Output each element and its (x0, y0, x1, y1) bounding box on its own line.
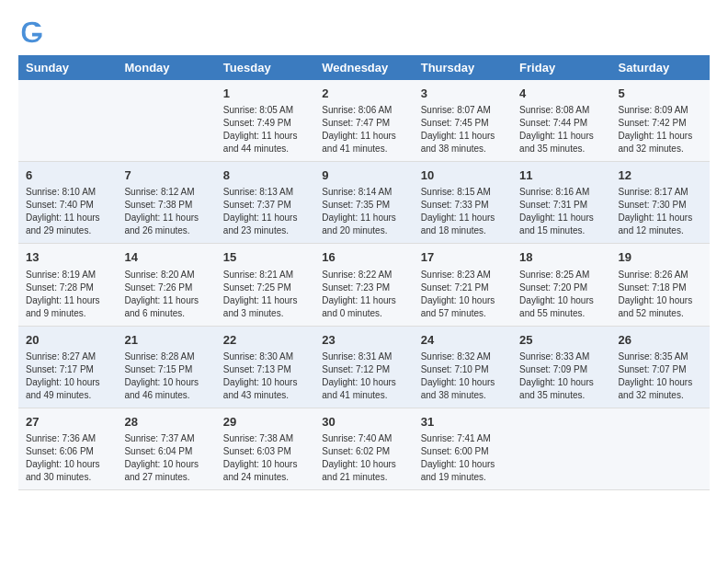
day-number: 27 (26, 414, 109, 431)
day-number: 29 (223, 414, 307, 431)
day-info: Sunrise: 8:30 AM Sunset: 7:13 PM Dayligh… (223, 350, 307, 402)
calendar-cell: 5Sunrise: 8:09 AM Sunset: 7:42 PM Daylig… (611, 80, 710, 162)
day-number: 11 (519, 167, 603, 184)
calendar-cell: 14Sunrise: 8:20 AM Sunset: 7:26 PM Dayli… (117, 244, 215, 326)
calendar-cell: 30Sunrise: 7:40 AM Sunset: 6:02 PM Dayli… (314, 408, 413, 489)
calendar-cell: 1Sunrise: 8:05 AM Sunset: 7:49 PM Daylig… (216, 80, 314, 162)
calendar-cell (611, 408, 710, 489)
day-info: Sunrise: 8:26 AM Sunset: 7:18 PM Dayligh… (619, 269, 702, 320)
day-info: Sunrise: 8:33 AM Sunset: 7:09 PM Dayligh… (519, 350, 603, 402)
day-number: 25 (519, 332, 603, 349)
day-number: 1 (223, 86, 307, 102)
calendar-cell: 15Sunrise: 8:21 AM Sunset: 7:25 PM Dayli… (216, 244, 314, 326)
day-number: 12 (619, 167, 702, 184)
calendar-cell: 6Sunrise: 8:10 AM Sunset: 7:40 PM Daylig… (18, 162, 117, 244)
day-of-week-header: Thursday (414, 55, 512, 80)
calendar-cell: 17Sunrise: 8:23 AM Sunset: 7:21 PM Dayli… (414, 244, 512, 326)
calendar-cell: 3Sunrise: 8:07 AM Sunset: 7:45 PM Daylig… (414, 80, 512, 162)
calendar-week-row: 1Sunrise: 8:05 AM Sunset: 7:49 PM Daylig… (18, 80, 710, 162)
day-info: Sunrise: 8:05 AM Sunset: 7:49 PM Dayligh… (223, 104, 307, 155)
day-number: 17 (421, 249, 505, 266)
day-number: 22 (223, 332, 307, 349)
calendar-cell: 9Sunrise: 8:14 AM Sunset: 7:35 PM Daylig… (314, 162, 413, 244)
calendar-cell: 7Sunrise: 8:12 AM Sunset: 7:38 PM Daylig… (117, 162, 215, 244)
day-number: 7 (124, 167, 208, 184)
day-number: 2 (322, 86, 405, 102)
calendar-cell: 25Sunrise: 8:33 AM Sunset: 7:09 PM Dayli… (512, 326, 610, 408)
calendar-cell (512, 408, 610, 489)
day-of-week-header: Saturday (611, 55, 710, 80)
calendar-cell (117, 80, 215, 162)
day-of-week-header: Friday (512, 55, 610, 80)
day-number: 14 (124, 249, 208, 266)
calendar-cell: 2Sunrise: 8:06 AM Sunset: 7:47 PM Daylig… (314, 80, 413, 162)
calendar-week-row: 27Sunrise: 7:36 AM Sunset: 6:06 PM Dayli… (18, 408, 710, 489)
day-number: 31 (421, 414, 505, 431)
calendar-cell: 28Sunrise: 7:37 AM Sunset: 6:04 PM Dayli… (117, 408, 215, 489)
calendar-week-row: 20Sunrise: 8:27 AM Sunset: 7:17 PM Dayli… (18, 326, 710, 408)
day-of-week-header: Tuesday (216, 55, 314, 80)
day-info: Sunrise: 8:23 AM Sunset: 7:21 PM Dayligh… (421, 269, 505, 320)
day-info: Sunrise: 8:13 AM Sunset: 7:37 PM Dayligh… (223, 186, 307, 237)
calendar-cell: 31Sunrise: 7:41 AM Sunset: 6:00 PM Dayli… (414, 408, 512, 489)
day-info: Sunrise: 8:27 AM Sunset: 7:17 PM Dayligh… (26, 350, 109, 402)
day-info: Sunrise: 7:38 AM Sunset: 6:03 PM Dayligh… (223, 432, 307, 484)
day-info: Sunrise: 8:20 AM Sunset: 7:26 PM Dayligh… (124, 269, 208, 320)
day-number: 8 (223, 167, 307, 184)
calendar-cell: 26Sunrise: 8:35 AM Sunset: 7:07 PM Dayli… (611, 326, 710, 408)
day-info: Sunrise: 8:28 AM Sunset: 7:15 PM Dayligh… (124, 350, 208, 402)
calendar-table: SundayMondayTuesdayWednesdayThursdayFrid… (18, 55, 710, 490)
day-info: Sunrise: 8:06 AM Sunset: 7:47 PM Dayligh… (322, 104, 405, 155)
calendar-cell: 23Sunrise: 8:31 AM Sunset: 7:12 PM Dayli… (314, 326, 413, 408)
day-info: Sunrise: 8:16 AM Sunset: 7:31 PM Dayligh… (519, 186, 603, 237)
day-number: 13 (26, 249, 109, 266)
calendar-cell (18, 80, 117, 162)
day-number: 23 (322, 332, 405, 349)
day-info: Sunrise: 7:36 AM Sunset: 6:06 PM Dayligh… (26, 432, 109, 484)
day-info: Sunrise: 8:35 AM Sunset: 7:07 PM Dayligh… (619, 350, 702, 402)
page-header (18, 18, 710, 46)
calendar-week-row: 6Sunrise: 8:10 AM Sunset: 7:40 PM Daylig… (18, 162, 710, 244)
calendar-cell: 29Sunrise: 7:38 AM Sunset: 6:03 PM Dayli… (216, 408, 314, 489)
day-number: 20 (26, 332, 109, 349)
day-number: 9 (322, 167, 405, 184)
day-info: Sunrise: 7:40 AM Sunset: 6:02 PM Dayligh… (322, 432, 405, 484)
day-info: Sunrise: 8:08 AM Sunset: 7:44 PM Dayligh… (519, 104, 603, 155)
day-info: Sunrise: 8:21 AM Sunset: 7:25 PM Dayligh… (223, 269, 307, 320)
day-info: Sunrise: 8:31 AM Sunset: 7:12 PM Dayligh… (322, 350, 405, 402)
calendar-body: 1Sunrise: 8:05 AM Sunset: 7:49 PM Daylig… (18, 80, 710, 489)
day-info: Sunrise: 8:14 AM Sunset: 7:35 PM Dayligh… (322, 186, 405, 237)
calendar-cell: 22Sunrise: 8:30 AM Sunset: 7:13 PM Dayli… (216, 326, 314, 408)
day-info: Sunrise: 8:22 AM Sunset: 7:23 PM Dayligh… (322, 269, 405, 320)
calendar-cell: 12Sunrise: 8:17 AM Sunset: 7:30 PM Dayli… (611, 162, 710, 244)
day-info: Sunrise: 8:19 AM Sunset: 7:28 PM Dayligh… (26, 269, 109, 320)
calendar-week-row: 13Sunrise: 8:19 AM Sunset: 7:28 PM Dayli… (18, 244, 710, 326)
calendar-cell: 10Sunrise: 8:15 AM Sunset: 7:33 PM Dayli… (414, 162, 512, 244)
calendar-header: SundayMondayTuesdayWednesdayThursdayFrid… (18, 55, 710, 80)
calendar-cell: 20Sunrise: 8:27 AM Sunset: 7:17 PM Dayli… (18, 326, 117, 408)
calendar-cell: 18Sunrise: 8:25 AM Sunset: 7:20 PM Dayli… (512, 244, 610, 326)
day-info: Sunrise: 8:07 AM Sunset: 7:45 PM Dayligh… (421, 104, 505, 155)
day-number: 15 (223, 249, 307, 266)
calendar-cell: 8Sunrise: 8:13 AM Sunset: 7:37 PM Daylig… (216, 162, 314, 244)
calendar-cell: 27Sunrise: 7:36 AM Sunset: 6:06 PM Dayli… (18, 408, 117, 489)
day-number: 24 (421, 332, 505, 349)
header-row: SundayMondayTuesdayWednesdayThursdayFrid… (18, 55, 710, 80)
day-number: 5 (619, 86, 702, 102)
day-info: Sunrise: 8:10 AM Sunset: 7:40 PM Dayligh… (26, 186, 109, 237)
calendar-cell: 16Sunrise: 8:22 AM Sunset: 7:23 PM Dayli… (314, 244, 413, 326)
day-info: Sunrise: 8:32 AM Sunset: 7:10 PM Dayligh… (421, 350, 505, 402)
calendar-cell: 19Sunrise: 8:26 AM Sunset: 7:18 PM Dayli… (611, 244, 710, 326)
day-info: Sunrise: 8:12 AM Sunset: 7:38 PM Dayligh… (124, 186, 208, 237)
calendar-cell: 21Sunrise: 8:28 AM Sunset: 7:15 PM Dayli… (117, 326, 215, 408)
day-number: 6 (26, 167, 109, 184)
day-number: 19 (619, 249, 702, 266)
calendar-cell: 4Sunrise: 8:08 AM Sunset: 7:44 PM Daylig… (512, 80, 610, 162)
calendar-cell: 13Sunrise: 8:19 AM Sunset: 7:28 PM Dayli… (18, 244, 117, 326)
day-number: 28 (124, 414, 208, 431)
day-info: Sunrise: 8:17 AM Sunset: 7:30 PM Dayligh… (619, 186, 702, 237)
day-of-week-header: Monday (117, 55, 215, 80)
logo (18, 18, 50, 46)
day-number: 26 (619, 332, 702, 349)
day-number: 21 (124, 332, 208, 349)
